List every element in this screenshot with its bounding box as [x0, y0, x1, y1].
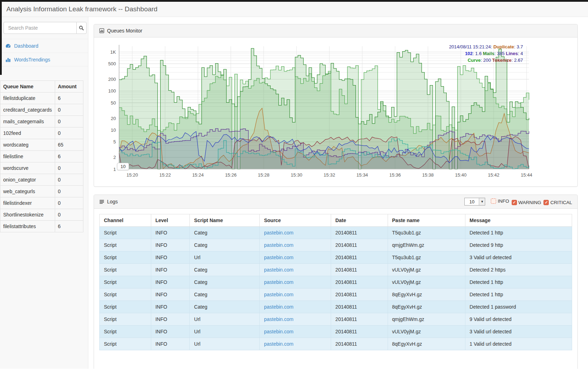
- log-row: ScriptINFOUrlpastebin.com201408118qEgyXv…: [100, 338, 572, 350]
- queue-cell: 0: [55, 116, 83, 127]
- sidebar-item-dashboard[interactable]: Dashboard: [0, 39, 88, 53]
- log-row: ScriptINFOUrlpastebin.com20140811T5qu3ub…: [100, 251, 572, 264]
- log-row: ScriptINFOCategpastebin.com20140811qmjgE…: [100, 239, 572, 251]
- log-cell: INFO: [151, 264, 190, 276]
- source-link[interactable]: pastebin.com: [264, 341, 293, 347]
- log-row: ScriptINFOCategpastebin.com20140811vULV0…: [100, 264, 572, 276]
- queue-table-row: mails_categemails0: [0, 116, 83, 127]
- log-source-cell: pastebin.com: [260, 264, 331, 276]
- chevron-down-icon: ▼: [479, 198, 485, 205]
- queue-cell: filelistattributes: [0, 221, 55, 232]
- queue-cell: 0: [55, 162, 83, 174]
- log-source-cell: pastebin.com: [260, 313, 331, 326]
- log-source-cell: pastebin.com: [260, 338, 331, 350]
- source-link[interactable]: pastebin.com: [264, 329, 293, 334]
- svg-text:10: 10: [111, 127, 116, 133]
- log-cell: Categ: [190, 288, 260, 301]
- filter-info-checkbox[interactable]: INFO: [491, 198, 509, 204]
- svg-text:5: 5: [113, 139, 116, 144]
- panel-title: Logs: [107, 199, 118, 204]
- queue-cell: 6: [55, 221, 83, 232]
- filter-label: WARNING: [518, 200, 541, 205]
- filter-critical-checkbox[interactable]: ✓CRITICAL: [543, 200, 572, 205]
- search-icon: [79, 25, 84, 31]
- log-cell: 20140811: [331, 326, 388, 338]
- log-source-cell: pastebin.com: [260, 251, 331, 264]
- queue-name-header: Queue Name: [0, 81, 55, 93]
- log-level-filters: INFO✓WARNING✓CRITICAL: [488, 198, 572, 205]
- log-source-cell: pastebin.com: [260, 276, 331, 288]
- page-size-select[interactable]: 10 ▼: [464, 198, 485, 206]
- log-cell: 20140811: [331, 301, 388, 313]
- search-input[interactable]: [4, 22, 76, 34]
- amount-header: Amount: [55, 81, 83, 93]
- queue-table-row: creditcard_categcards0: [0, 104, 83, 116]
- source-link[interactable]: pastebin.com: [264, 267, 293, 273]
- queue-cell: mails_categemails: [0, 116, 55, 127]
- log-cell: T5qu3ub1.gz: [388, 251, 465, 264]
- log-cell: 20140811: [331, 251, 388, 264]
- filter-warning-checkbox[interactable]: ✓WARNING: [512, 200, 541, 205]
- log-cell: vULV0yjM.gz: [388, 264, 465, 276]
- queue-table-row: wordscateg65: [0, 139, 83, 151]
- list-icon: [99, 199, 104, 204]
- svg-text:50: 50: [111, 100, 116, 106]
- logs-column-header: Message: [465, 214, 572, 227]
- filter-label: CRITICAL: [550, 200, 572, 205]
- log-source-cell: pastebin.com: [260, 301, 331, 313]
- queues-monitor-heading: Queues Monitor: [94, 24, 577, 37]
- source-link[interactable]: pastebin.com: [264, 292, 293, 297]
- queues-monitor-body: 15:2015:2215:2415:2615:2815:3015:3215:34…: [94, 37, 577, 186]
- svg-text:15:42: 15:42: [488, 172, 500, 178]
- logs-body: ChannelLevelScript NameSourceDatePaste n…: [94, 209, 577, 369]
- source-link[interactable]: pastebin.com: [264, 316, 293, 322]
- log-cell: INFO: [151, 276, 190, 288]
- queue-table-row: filelistline6: [0, 151, 83, 162]
- log-cell: Categ: [190, 264, 260, 276]
- log-cell: INFO: [151, 313, 190, 326]
- source-link[interactable]: pastebin.com: [264, 255, 293, 260]
- queues-chart[interactable]: 15:2015:2215:2415:2615:2815:3015:3215:34…: [99, 43, 571, 181]
- log-cell: Detected 1 http: [465, 288, 572, 301]
- legend-line: 2014/08/11 15:21:24: Duplicate: 3.7: [449, 43, 523, 50]
- queue-cell: wordscurve: [0, 162, 55, 174]
- queue-cell: 0: [55, 174, 83, 186]
- sidebar-item-wordstrendings[interactable]: WordsTrendings: [0, 53, 88, 66]
- svg-text:15:36: 15:36: [389, 172, 401, 178]
- queue-cell: web_categurls: [0, 186, 55, 197]
- log-cell: Url: [190, 313, 260, 326]
- queue-cell: filelistindexer: [0, 197, 55, 209]
- log-cell: 9 Valid url detected: [465, 313, 572, 326]
- log-cell: Categ: [190, 276, 260, 288]
- chart-legend: 2014/08/11 15:21:24: Duplicate: 3.7102: …: [449, 43, 523, 64]
- svg-text:100: 100: [108, 88, 116, 94]
- checkbox-icon: [491, 198, 496, 204]
- log-cell: 20140811: [331, 264, 388, 276]
- source-link[interactable]: pastebin.com: [264, 304, 293, 310]
- source-link[interactable]: pastebin.com: [264, 279, 293, 285]
- search-button[interactable]: [76, 22, 87, 34]
- logs-column-header: Date: [331, 214, 388, 227]
- log-cell: INFO: [151, 288, 190, 301]
- log-cell: Script: [100, 301, 151, 313]
- log-cell: Detected 1 http: [465, 227, 572, 239]
- source-link[interactable]: pastebin.com: [264, 242, 293, 248]
- log-cell: 20140811: [331, 338, 388, 350]
- log-cell: INFO: [151, 251, 190, 264]
- queue-cell: 0: [55, 127, 83, 139]
- log-row: ScriptINFOCategpastebin.com201408118qEgy…: [100, 288, 572, 301]
- logs-table: ChannelLevelScript NameSourceDatePaste n…: [99, 214, 572, 350]
- source-link[interactable]: pastebin.com: [264, 230, 293, 236]
- svg-text:15:38: 15:38: [422, 172, 434, 178]
- log-cell: Script: [100, 288, 151, 301]
- svg-text:1K: 1K: [110, 49, 116, 55]
- queue-cell: creditcard_categcards: [0, 104, 55, 116]
- logs-column-header: Source: [260, 214, 331, 227]
- log-cell: 3 Valid url detected: [465, 251, 572, 264]
- log-cell: 20140811: [331, 313, 388, 326]
- svg-text:2: 2: [113, 155, 116, 160]
- queue-cell: wordscateg: [0, 139, 55, 151]
- logs-column-header: Script Name: [190, 214, 260, 227]
- svg-text:15:32: 15:32: [324, 172, 335, 178]
- log-cell: 8qEgyXvH.gz: [388, 288, 465, 301]
